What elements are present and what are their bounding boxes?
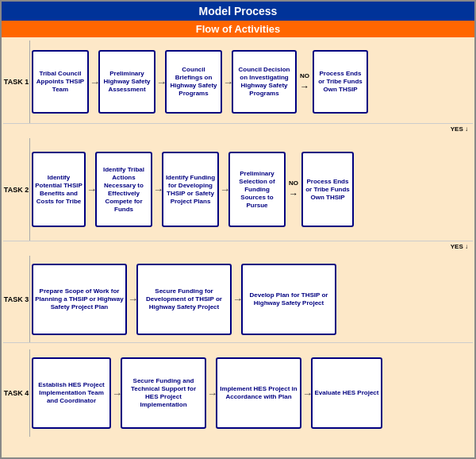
arrow-t4-3: → (302, 388, 310, 399)
task2-box1: Identify Potential THSIP Benefits and Co… (32, 152, 86, 227)
task4-box1: Establish HES Project Implementation Tea… (32, 357, 111, 429)
yes-label-t2: YES ↓ (451, 243, 468, 254)
task4-label: TASK 4 (3, 349, 30, 437)
task4-box3: Implement HES Project in Accordance with… (216, 357, 301, 429)
arrow2: → (156, 77, 164, 87)
task1-box1: Tribal Council Appoints THSIP Team (32, 50, 89, 114)
header-title: Model Process (2, 2, 474, 21)
arrow-t4-2: → (207, 388, 215, 399)
task4-row: TASK 4 Establish HES Project Implementat… (3, 349, 473, 437)
spacer-t3-t4 (3, 345, 473, 348)
task1-row: TASK 1 Tribal Council Appoints THSIP Tea… (3, 40, 473, 124)
task2-box2: Identify Tribal Actions Necessary to Eff… (95, 152, 152, 227)
task1-box3: Council Briefings on Highway Safety Prog… (165, 50, 222, 114)
arrow3: → (223, 77, 231, 87)
task1-label: TASK 1 (3, 40, 30, 123)
task2-box5: Process Ends or Tribe Funds Own THSIP (301, 152, 354, 227)
arrow1: → (90, 77, 98, 87)
arrow-t2-3: → (220, 184, 228, 195)
arrow-t3-2: → (232, 294, 240, 304)
task2-box4: Preliminary Selection of Funding Sources… (228, 152, 286, 227)
task2-row: TASK 2 Identify Potential THSIP Benefits… (3, 138, 473, 241)
task1-box4: Council Decision on Investigating Highwa… (232, 50, 297, 114)
task2-box3: Identify Funding for Developing THSIP or… (162, 152, 219, 227)
task2-boxes: Identify Potential THSIP Benefits and Co… (30, 138, 473, 241)
arrow-no-t2: → (289, 188, 298, 199)
no-label-t1: NO (300, 72, 309, 79)
task1-box5: Process Ends or Tribe Funds Own THSIP (313, 50, 368, 114)
content-area: TASK 1 Tribal Council Appoints THSIP Tea… (2, 37, 474, 457)
task3-label: TASK 3 (3, 256, 30, 342)
task4-boxes: Establish HES Project Implementation Tea… (30, 349, 473, 437)
arrow-t2-2: → (153, 184, 161, 195)
task1-box2: Preliminary Highway Safety Assessment (98, 50, 155, 114)
task4-box4: Evaluate HES Project (311, 357, 382, 429)
task3-row: TASK 3 Prepare Scope of Work for Plannin… (3, 256, 473, 343)
arrow-t2-1: → (86, 184, 94, 195)
task3-box1: Prepare Scope of Work for Planning a THS… (32, 264, 127, 335)
task3-boxes: Prepare Scope of Work for Planning a THS… (30, 256, 473, 342)
arrow-t4-1: → (112, 388, 120, 399)
task1-boxes: Tribal Council Appoints THSIP Team → Pre… (30, 40, 473, 123)
task3-box3: Develop Plan for THSIP or Highway Safety… (241, 264, 336, 335)
yes-label-t1: YES ↓ (451, 125, 468, 137)
main-container: Model Process Flow of Activities TASK 1 … (0, 0, 476, 459)
arrow-no-t1: → (300, 81, 309, 92)
task4-box2: Secure Funding and Technical Support for… (121, 357, 206, 429)
task2-label: TASK 2 (3, 138, 30, 241)
task3-box2: Secure Funding for Development of THSIP … (136, 264, 232, 335)
yes-row-t2: YES ↓ (3, 243, 473, 254)
header-subtitle: Flow of Activities (2, 21, 474, 37)
no-label-t2: NO (289, 179, 298, 187)
yes-row-t1: YES ↓ (3, 125, 473, 137)
arrow-t3-1: → (128, 294, 136, 304)
